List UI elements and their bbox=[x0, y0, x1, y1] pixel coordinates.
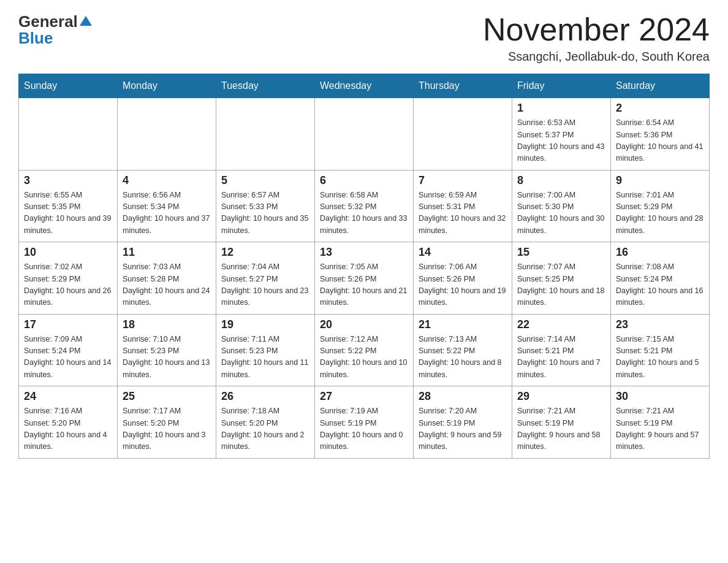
calendar-week-row: 17Sunrise: 7:09 AMSunset: 5:24 PMDayligh… bbox=[19, 314, 710, 386]
calendar-cell: 6Sunrise: 6:58 AMSunset: 5:32 PMDaylight… bbox=[315, 170, 414, 242]
cell-sun-info: Sunrise: 6:59 AMSunset: 5:31 PMDaylight:… bbox=[419, 190, 507, 237]
cell-sun-info: Sunrise: 7:11 AMSunset: 5:23 PMDaylight:… bbox=[221, 334, 309, 381]
cell-sun-info: Sunrise: 7:17 AMSunset: 5:20 PMDaylight:… bbox=[123, 405, 211, 453]
cell-sun-info: Sunrise: 6:57 AMSunset: 5:33 PMDaylight:… bbox=[221, 190, 309, 237]
cell-sun-info: Sunrise: 7:03 AMSunset: 5:28 PMDaylight:… bbox=[123, 261, 211, 309]
cell-sun-info: Sunrise: 7:00 AMSunset: 5:30 PMDaylight:… bbox=[517, 190, 605, 237]
day-of-week-header: Friday bbox=[512, 74, 611, 98]
cell-day-number: 20 bbox=[320, 318, 408, 331]
cell-day-number: 30 bbox=[616, 390, 704, 403]
calendar-cell: 25Sunrise: 7:17 AMSunset: 5:20 PMDayligh… bbox=[118, 386, 216, 459]
calendar-cell: 13Sunrise: 7:05 AMSunset: 5:26 PMDayligh… bbox=[315, 242, 414, 315]
cell-sun-info: Sunrise: 6:54 AMSunset: 5:36 PMDaylight:… bbox=[616, 117, 704, 165]
logo-blue-text: Blue bbox=[18, 29, 53, 48]
day-of-week-header: Sunday bbox=[19, 74, 118, 98]
cell-day-number: 3 bbox=[24, 174, 112, 187]
location-title: Ssangchi, Jeollabuk-do, South Korea bbox=[483, 50, 710, 64]
cell-sun-info: Sunrise: 7:10 AMSunset: 5:23 PMDaylight:… bbox=[123, 334, 211, 381]
logo: General Blue bbox=[18, 12, 92, 48]
calendar-cell: 17Sunrise: 7:09 AMSunset: 5:24 PMDayligh… bbox=[19, 314, 118, 386]
cell-sun-info: Sunrise: 7:09 AMSunset: 5:24 PMDaylight:… bbox=[24, 334, 112, 381]
cell-sun-info: Sunrise: 7:05 AMSunset: 5:26 PMDaylight:… bbox=[320, 261, 408, 309]
cell-sun-info: Sunrise: 7:07 AMSunset: 5:25 PMDaylight:… bbox=[517, 261, 605, 309]
cell-sun-info: Sunrise: 7:18 AMSunset: 5:20 PMDaylight:… bbox=[221, 405, 309, 453]
cell-sun-info: Sunrise: 7:14 AMSunset: 5:21 PMDaylight:… bbox=[517, 334, 605, 381]
cell-sun-info: Sunrise: 6:56 AMSunset: 5:34 PMDaylight:… bbox=[123, 190, 211, 237]
cell-sun-info: Sunrise: 7:20 AMSunset: 5:19 PMDaylight:… bbox=[419, 405, 507, 453]
page-header: General Blue November 2024 Ssangchi, Jeo… bbox=[18, 12, 710, 64]
day-of-week-header: Thursday bbox=[414, 74, 512, 98]
calendar-cell bbox=[315, 98, 414, 170]
cell-day-number: 19 bbox=[221, 318, 309, 331]
day-of-week-header: Wednesday bbox=[315, 74, 414, 98]
calendar-cell: 22Sunrise: 7:14 AMSunset: 5:21 PMDayligh… bbox=[512, 314, 611, 386]
cell-sun-info: Sunrise: 7:15 AMSunset: 5:21 PMDaylight:… bbox=[616, 334, 704, 381]
cell-sun-info: Sunrise: 7:21 AMSunset: 5:19 PMDaylight:… bbox=[616, 405, 704, 453]
calendar-cell: 26Sunrise: 7:18 AMSunset: 5:20 PMDayligh… bbox=[216, 386, 315, 459]
cell-day-number: 9 bbox=[616, 174, 704, 187]
cell-sun-info: Sunrise: 7:19 AMSunset: 5:19 PMDaylight:… bbox=[320, 405, 408, 453]
cell-day-number: 1 bbox=[517, 102, 605, 115]
cell-day-number: 25 bbox=[123, 390, 211, 403]
calendar-cell: 28Sunrise: 7:20 AMSunset: 5:19 PMDayligh… bbox=[414, 386, 512, 459]
cell-day-number: 10 bbox=[24, 246, 112, 259]
calendar-cell: 7Sunrise: 6:59 AMSunset: 5:31 PMDaylight… bbox=[414, 170, 512, 242]
calendar-cell: 12Sunrise: 7:04 AMSunset: 5:27 PMDayligh… bbox=[216, 242, 315, 315]
cell-day-number: 5 bbox=[221, 174, 309, 187]
calendar-cell: 11Sunrise: 7:03 AMSunset: 5:28 PMDayligh… bbox=[118, 242, 216, 315]
cell-day-number: 12 bbox=[221, 246, 309, 259]
calendar-cell bbox=[19, 98, 118, 170]
cell-day-number: 17 bbox=[24, 318, 112, 331]
calendar-cell: 10Sunrise: 7:02 AMSunset: 5:29 PMDayligh… bbox=[19, 242, 118, 315]
calendar-cell: 27Sunrise: 7:19 AMSunset: 5:19 PMDayligh… bbox=[315, 386, 414, 459]
calendar-cell: 9Sunrise: 7:01 AMSunset: 5:29 PMDaylight… bbox=[611, 170, 710, 242]
day-of-week-header: Tuesday bbox=[216, 74, 315, 98]
calendar-cell bbox=[414, 98, 512, 170]
cell-sun-info: Sunrise: 7:04 AMSunset: 5:27 PMDaylight:… bbox=[221, 261, 309, 309]
calendar-cell: 16Sunrise: 7:08 AMSunset: 5:24 PMDayligh… bbox=[611, 242, 710, 315]
calendar-cell: 3Sunrise: 6:55 AMSunset: 5:35 PMDaylight… bbox=[19, 170, 118, 242]
calendar-cell: 15Sunrise: 7:07 AMSunset: 5:25 PMDayligh… bbox=[512, 242, 611, 315]
cell-day-number: 23 bbox=[616, 318, 704, 331]
calendar-cell: 23Sunrise: 7:15 AMSunset: 5:21 PMDayligh… bbox=[611, 314, 710, 386]
day-of-week-header: Monday bbox=[118, 74, 216, 98]
cell-day-number: 18 bbox=[123, 318, 211, 331]
calendar-week-row: 3Sunrise: 6:55 AMSunset: 5:35 PMDaylight… bbox=[19, 170, 710, 242]
cell-day-number: 14 bbox=[419, 246, 507, 259]
calendar-week-row: 24Sunrise: 7:16 AMSunset: 5:20 PMDayligh… bbox=[19, 386, 710, 459]
calendar-cell bbox=[118, 98, 216, 170]
cell-day-number: 27 bbox=[320, 390, 408, 403]
calendar-week-row: 10Sunrise: 7:02 AMSunset: 5:29 PMDayligh… bbox=[19, 242, 710, 315]
cell-day-number: 16 bbox=[616, 246, 704, 259]
logo-triangle-icon bbox=[80, 16, 92, 26]
calendar-cell bbox=[216, 98, 315, 170]
title-area: November 2024 Ssangchi, Jeollabuk-do, So… bbox=[483, 12, 710, 64]
calendar-cell: 30Sunrise: 7:21 AMSunset: 5:19 PMDayligh… bbox=[611, 386, 710, 459]
calendar-cell: 4Sunrise: 6:56 AMSunset: 5:34 PMDaylight… bbox=[118, 170, 216, 242]
calendar-cell: 8Sunrise: 7:00 AMSunset: 5:30 PMDaylight… bbox=[512, 170, 611, 242]
cell-day-number: 21 bbox=[419, 318, 507, 331]
cell-day-number: 13 bbox=[320, 246, 408, 259]
cell-day-number: 8 bbox=[517, 174, 605, 187]
calendar-cell: 29Sunrise: 7:21 AMSunset: 5:19 PMDayligh… bbox=[512, 386, 611, 459]
calendar-cell: 14Sunrise: 7:06 AMSunset: 5:26 PMDayligh… bbox=[414, 242, 512, 315]
cell-day-number: 4 bbox=[123, 174, 211, 187]
cell-day-number: 11 bbox=[123, 246, 211, 259]
cell-sun-info: Sunrise: 7:01 AMSunset: 5:29 PMDaylight:… bbox=[616, 190, 704, 237]
cell-sun-info: Sunrise: 6:53 AMSunset: 5:37 PMDaylight:… bbox=[517, 117, 605, 165]
month-title: November 2024 bbox=[483, 12, 710, 47]
calendar-cell: 5Sunrise: 6:57 AMSunset: 5:33 PMDaylight… bbox=[216, 170, 315, 242]
cell-day-number: 6 bbox=[320, 174, 408, 187]
cell-sun-info: Sunrise: 7:06 AMSunset: 5:26 PMDaylight:… bbox=[419, 261, 507, 309]
cell-sun-info: Sunrise: 7:12 AMSunset: 5:22 PMDaylight:… bbox=[320, 334, 408, 381]
cell-sun-info: Sunrise: 7:08 AMSunset: 5:24 PMDaylight:… bbox=[616, 261, 704, 309]
cell-day-number: 29 bbox=[517, 390, 605, 403]
calendar-cell: 20Sunrise: 7:12 AMSunset: 5:22 PMDayligh… bbox=[315, 314, 414, 386]
day-of-week-header: Saturday bbox=[611, 74, 710, 98]
cell-sun-info: Sunrise: 7:13 AMSunset: 5:22 PMDaylight:… bbox=[419, 334, 507, 381]
calendar-cell: 18Sunrise: 7:10 AMSunset: 5:23 PMDayligh… bbox=[118, 314, 216, 386]
cell-sun-info: Sunrise: 6:55 AMSunset: 5:35 PMDaylight:… bbox=[24, 190, 112, 237]
cell-day-number: 2 bbox=[616, 102, 704, 115]
cell-sun-info: Sunrise: 6:58 AMSunset: 5:32 PMDaylight:… bbox=[320, 190, 408, 237]
cell-day-number: 7 bbox=[419, 174, 507, 187]
